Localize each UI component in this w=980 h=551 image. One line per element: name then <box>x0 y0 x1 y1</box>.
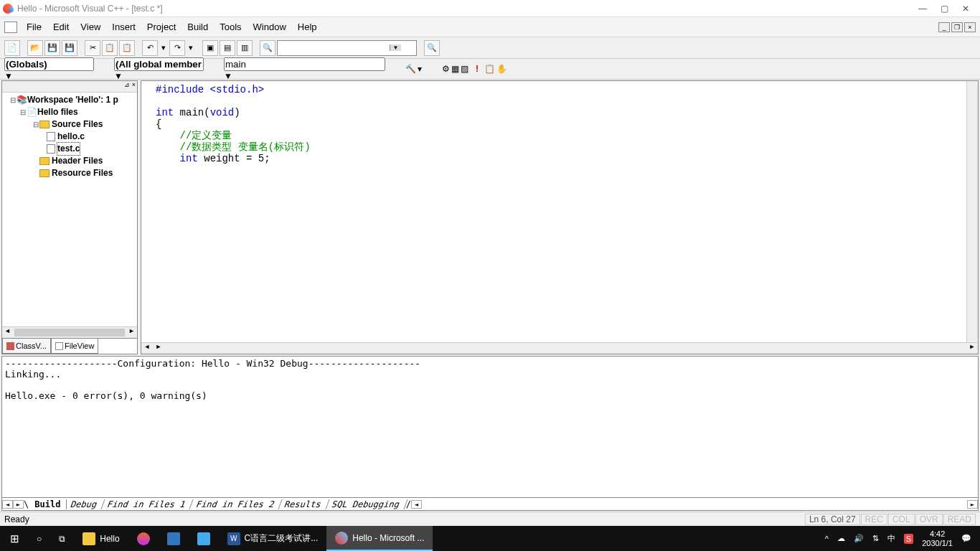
mdi-restore[interactable]: ❐ <box>951 22 963 32</box>
tray-clock[interactable]: 4:42 2030/1/1 <box>922 529 953 548</box>
output-tab-prev[interactable]: ◄ <box>2 500 13 509</box>
open-button[interactable]: 📂 <box>27 40 43 56</box>
close-button[interactable]: ✕ <box>960 4 971 14</box>
go-button[interactable]: 📋 <box>484 64 495 74</box>
output-tab-find1[interactable]: Find in Files 1 <box>100 499 194 509</box>
find-in-files-button[interactable]: 🔍 <box>260 40 275 56</box>
compile-button[interactable]: ⚙ <box>442 64 450 74</box>
taskbar-word[interactable]: WC语言二级考试讲... <box>219 526 327 551</box>
taskbar-explorer[interactable]: Hello <box>74 526 128 551</box>
execute-button[interactable]: ! <box>476 64 479 74</box>
taskbar-vm[interactable] <box>159 526 189 551</box>
tray-ime-icon[interactable]: 中 <box>887 533 895 544</box>
workspace-header: ⊿ × <box>2 81 137 93</box>
workspace-root[interactable]: Workspace 'Hello': 1 p <box>27 94 118 106</box>
find-button[interactable]: 🔍 <box>424 40 440 56</box>
menubar: File Edit View Insert Project Build Tool… <box>0 17 980 37</box>
status-position: Ln 6, Col 27 <box>805 514 860 525</box>
workspace-tree[interactable]: ⊟📚 Workspace 'Hello': 1 p ⊟📄 Hello files… <box>2 93 137 326</box>
save-button[interactable]: 💾 <box>44 40 60 56</box>
save-all-button[interactable]: 💾 <box>62 40 77 56</box>
taskbar-snip[interactable] <box>189 526 219 551</box>
goto-button[interactable]: 🔨 <box>405 64 416 74</box>
copy-button[interactable]: 📋 <box>102 40 118 56</box>
menu-help[interactable]: Help <box>293 19 322 34</box>
window-list-button[interactable]: ▥ <box>237 40 253 56</box>
output-tab-build[interactable]: Build <box>29 499 67 509</box>
new-button[interactable]: 📄 <box>4 40 20 56</box>
menu-project[interactable]: Project <box>142 19 181 34</box>
menu-file[interactable]: File <box>22 19 47 34</box>
project-node[interactable]: Hello files <box>37 106 78 118</box>
statusbar: Ready Ln 6, Col 27 REC COL OVR READ <box>0 512 980 526</box>
status-ovr: OVR <box>915 514 943 525</box>
undo-button[interactable]: ↶ <box>142 40 158 56</box>
window-titlebar: Hello - Microsoft Visual C++ - [test.c *… <box>0 0 980 17</box>
output-button[interactable]: ▤ <box>220 40 235 56</box>
members-combo[interactable]: ▼ <box>114 57 218 81</box>
cut-button[interactable]: ✂ <box>85 40 100 56</box>
code-area[interactable]: #include <stdio.h> int main(void) { //定义… <box>141 81 966 342</box>
tray-onedrive-icon[interactable]: ☁ <box>837 534 845 543</box>
start-button[interactable]: ⊞ <box>1 526 28 551</box>
standard-toolbar: 📄 📂 💾 💾 ✂ 📋 📋 ↶ ▾ ↷ ▾ ▣ ▤ ▥ 🔍 ▼ 🔍 <box>0 37 980 59</box>
windows-taskbar: ⊞ ○ ⧉ Hello WC语言二级考试讲... Hello - Microso… <box>0 526 980 551</box>
tray-expand-icon[interactable]: ^ <box>825 534 829 543</box>
cortana-button[interactable]: ○ <box>28 526 50 551</box>
taskview-button[interactable]: ⧉ <box>50 526 74 551</box>
redo-button[interactable]: ↷ <box>169 40 185 56</box>
output-tab-sql[interactable]: SQL Debugging <box>324 499 407 509</box>
paste-button[interactable]: 📋 <box>119 40 135 56</box>
output-tab-next[interactable]: ► <box>13 500 24 509</box>
output-text[interactable]: --------------------Configuration: Hello… <box>2 357 978 497</box>
status-rec: REC <box>861 514 887 525</box>
status-ready: Ready <box>4 514 29 524</box>
function-combo[interactable]: ▼ <box>224 57 400 81</box>
output-panel: --------------------Configuration: Hello… <box>1 356 979 511</box>
code-editor[interactable]: #include <stdio.h> int main(void) { //定义… <box>141 80 979 354</box>
app-icon <box>3 4 13 14</box>
output-tab-debug[interactable]: Debug <box>64 499 105 509</box>
workspace-hscroll[interactable]: ◄► <box>2 326 137 338</box>
menu-edit[interactable]: Edit <box>48 19 74 34</box>
workspace-button[interactable]: ▣ <box>202 40 218 56</box>
maximize-button[interactable]: ▢ <box>938 4 950 14</box>
editor-vscroll[interactable] <box>966 81 978 342</box>
file-test[interactable]: test.c <box>57 143 80 155</box>
find-combo[interactable]: ▼ <box>277 40 417 56</box>
minimize-button[interactable]: ― <box>917 4 928 14</box>
menu-build[interactable]: Build <box>182 19 213 34</box>
source-folder[interactable]: Source Files <box>52 118 103 131</box>
menu-insert[interactable]: Insert <box>107 19 141 34</box>
editor-hscroll[interactable]: ◄►► <box>141 342 978 354</box>
workspace-panel: ⊿ × ⊟📚 Workspace 'Hello': 1 p ⊟📄 Hello f… <box>1 80 138 354</box>
output-tab-find2[interactable]: Find in Files 2 <box>189 499 282 509</box>
taskbar-firefox[interactable] <box>128 526 159 551</box>
window-title: Hello - Microsoft Visual C++ - [test.c *… <box>17 4 911 14</box>
status-col: COL <box>888 514 915 525</box>
menu-window[interactable]: Window <box>248 19 291 34</box>
document-icon <box>4 22 17 33</box>
header-folder[interactable]: Header Files <box>52 155 103 167</box>
resource-folder[interactable]: Resource Files <box>52 167 113 179</box>
scope-combo[interactable]: ▼ <box>4 57 108 81</box>
tab-classview[interactable]: ClassV... <box>2 339 51 354</box>
tab-fileview[interactable]: FileView <box>51 339 98 354</box>
menu-tools[interactable]: Tools <box>215 19 246 34</box>
menu-view[interactable]: View <box>75 19 105 34</box>
build-button[interactable]: ▦ <box>451 64 459 74</box>
stop-build-button[interactable]: ▨ <box>461 64 468 74</box>
mdi-minimize[interactable]: _ <box>938 22 950 32</box>
file-hello[interactable]: hello.c <box>57 131 85 143</box>
tray-network-icon[interactable]: ⇅ <box>872 534 879 543</box>
wizard-toolbar: ▼ ▼ ▼ 🔨 ▾ ⚙ ▦ ▨ ! 📋 ✋ <box>0 59 980 80</box>
tray-volume-icon[interactable]: 🔊 <box>854 534 864 543</box>
breakpoint-button[interactable]: ✋ <box>496 64 507 74</box>
mdi-close[interactable]: × <box>964 22 976 32</box>
taskbar-vc[interactable]: Hello - Microsoft ... <box>326 526 433 551</box>
tray-sogou-icon[interactable]: S <box>904 534 913 544</box>
tray-notifications-icon[interactable]: 💬 <box>961 534 971 543</box>
output-tab-results[interactable]: Results <box>278 499 330 509</box>
status-read: READ <box>943 514 976 525</box>
